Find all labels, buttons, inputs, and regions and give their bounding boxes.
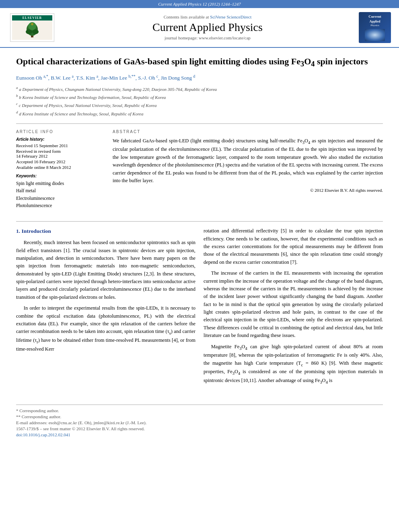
- article-footer: * Corresponding author. ** Corresponding…: [16, 405, 383, 440]
- body-col-left: 1. Introduction Recently, much interest …: [16, 227, 195, 388]
- abstract-text: We fabricated GaAs-based spin-LED (light…: [113, 137, 383, 185]
- article-content: Optical characterizations of GaAs-based …: [0, 48, 399, 397]
- logo-applied: Applied: [369, 19, 380, 24]
- keyword-3: Electroluminescence: [16, 195, 105, 202]
- abstract-copyright: © 2012 Elsevier B.V. All rights reserved…: [113, 188, 383, 193]
- keywords-label: Keywords:: [16, 174, 105, 178]
- history-label: Article history:: [16, 137, 105, 142]
- svg-point-3: [26, 29, 32, 34]
- body-para-4: The increase of the carriers in the EL m…: [204, 269, 383, 339]
- article-meta-row: ARTICLE INFO Article history: Received 1…: [16, 129, 383, 214]
- svg-point-4: [32, 29, 39, 34]
- article-title: Optical characterizations of GaAs-based …: [16, 56, 383, 69]
- journal-title: Current Applied Physics: [60, 21, 355, 34]
- logo-image: [365, 29, 385, 41]
- abstract-column: ABSTRACT We fabricated GaAs-based spin-L…: [113, 129, 383, 214]
- homepage-line: journal homepage: www.elsevier.com/locat…: [60, 35, 355, 40]
- email-line: E-mail addresses: esoh@cnu.ac.kr (E. Oh)…: [16, 420, 383, 425]
- affiliation-c: c c Department of Physics, Seoul Nationa…: [16, 101, 383, 109]
- authors: Eunsoon Oh a,*, B.W. Lee a, T.S. Kim a, …: [16, 74, 383, 81]
- elsevier-tree-icon: [20, 22, 44, 38]
- affiliation-a: a a Department of Physics, Chungnam Nati…: [16, 85, 383, 92]
- elsevier-logo: ELSEVIER: [10, 13, 54, 42]
- article-info-header: ARTICLE INFO: [16, 129, 105, 134]
- body-para-1: Recently, much interest has been focused…: [16, 239, 195, 301]
- affiliation-d: d d Korea Institute of Science and Techn…: [16, 110, 383, 117]
- affiliation-b: b b Korea Institute of Science and Techn…: [16, 93, 383, 101]
- footnote-1: * Corresponding author.: [16, 408, 383, 413]
- journal-citation: Current Applied Physics 12 (2012) 1244–1…: [158, 2, 241, 6]
- elsevier-logo-container: ELSEVIER: [8, 13, 56, 42]
- journal-header: ELSEVIER: [0, 8, 399, 48]
- received-date: Received 15 September 2011: [16, 143, 105, 148]
- available-at-line: Contents lists available at SciVerse Sci…: [60, 14, 355, 19]
- issn-line: 1567-1739/$ – see front matter © 2012 El…: [16, 426, 383, 431]
- keyword-4: Photoluminescence: [16, 202, 105, 209]
- section1-heading: 1. Introduction: [16, 227, 195, 236]
- body-para-3: rotation and differential reflectivity […: [204, 227, 383, 266]
- elsevier-label: ELSEVIER: [12, 15, 52, 21]
- keyword-2: Half metal: [16, 187, 105, 194]
- journal-citation-bar: Current Applied Physics 12 (2012) 1244–1…: [0, 0, 399, 8]
- body-para-5: Magnetite Fe3O4 can give high spin-polar…: [204, 343, 383, 386]
- journal-logo-box: Current Applied Physics: [359, 12, 391, 43]
- page: Current Applied Physics 12 (2012) 1244–1…: [0, 0, 399, 532]
- svg-point-6: [31, 23, 33, 25]
- keywords-list: Spin light emitting diodes Half metal El…: [16, 180, 105, 210]
- revised-date: Received in revised form14 February 2012: [16, 149, 105, 158]
- homepage-text: journal homepage: www.elsevier.com/locat…: [165, 35, 251, 40]
- available-text: Contents lists available at: [164, 14, 209, 19]
- keywords-section: Keywords: Spin light emitting diodes Hal…: [16, 174, 105, 210]
- divider-1: [16, 123, 383, 124]
- logo-current: Current: [368, 14, 381, 19]
- abstract-header: ABSTRACT: [113, 129, 383, 134]
- footnote-2: ** Corresponding author.: [16, 414, 383, 419]
- available-date: Available online 8 March 2012: [16, 165, 105, 170]
- accepted-date: Accepted 16 February 2012: [16, 159, 105, 164]
- journal-header-center: Contents lists available at SciVerse Sci…: [60, 14, 355, 40]
- article-info-column: ARTICLE INFO Article history: Received 1…: [16, 129, 105, 214]
- affiliations: a a Department of Physics, Chungnam Nati…: [16, 85, 383, 117]
- divider-2: [16, 221, 383, 222]
- article-history: Article history: Received 15 September 2…: [16, 137, 105, 170]
- body-columns: 1. Introduction Recently, much interest …: [16, 227, 383, 388]
- doi-line: doi:10.1016/j.cap.2012.02.041: [16, 432, 383, 437]
- body-para-2: In order to interpret the experimental r…: [16, 304, 195, 353]
- sciverse-link[interactable]: SciVerse ScienceDirect: [210, 14, 251, 19]
- logo-physics: Physics: [370, 24, 379, 28]
- body-col-right: rotation and differential reflectivity […: [204, 227, 383, 388]
- keyword-1: Spin light emitting diodes: [16, 180, 105, 187]
- elsevier-image: [12, 21, 52, 40]
